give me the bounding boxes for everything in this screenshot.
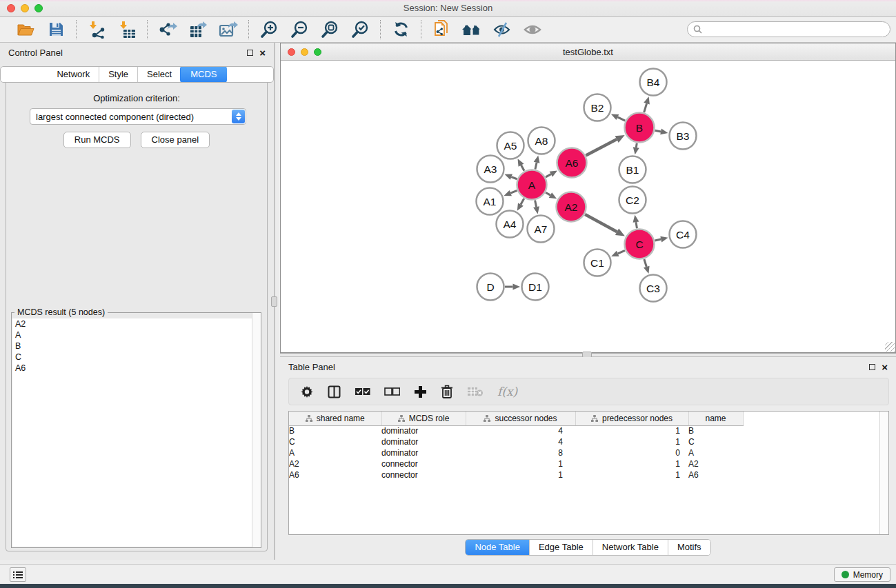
task-history-button[interactable] — [10, 567, 26, 582]
import-table-from-file-button[interactable] — [115, 19, 139, 40]
import-network-from-file-button[interactable] — [85, 19, 108, 40]
export-image-button[interactable] — [217, 19, 240, 40]
edge-A-A1[interactable] — [510, 190, 517, 193]
table-settings-button[interactable] — [300, 385, 314, 398]
cell-MCDS-role[interactable]: dominator — [381, 447, 466, 458]
edge-C-C1[interactable] — [618, 250, 625, 254]
tab-edge-table[interactable]: Edge Table — [529, 540, 593, 555]
mcds-list-scrollbar[interactable] — [252, 313, 261, 547]
edge-B-B4[interactable] — [644, 103, 647, 112]
tab-network-table[interactable]: Network Table — [593, 540, 668, 555]
home-button[interactable] — [460, 19, 484, 40]
mcds-result-item[interactable]: A2 — [12, 318, 260, 330]
cell-name[interactable]: A6 — [688, 469, 743, 480]
edge-C-C4[interactable] — [655, 239, 661, 241]
node-table[interactable]: shared nameMCDS rolesuccessor nodesprede… — [288, 411, 889, 535]
edge-B-B2[interactable] — [617, 117, 625, 121]
close-table-panel-icon[interactable]: × — [882, 364, 888, 370]
cell-shared-name[interactable]: B — [289, 425, 381, 436]
tab-style[interactable]: Style — [99, 67, 137, 82]
tab-motifs[interactable]: Motifs — [668, 540, 710, 555]
column-header-successor-nodes[interactable]: successor nodes — [466, 412, 575, 425]
edge-A2-C[interactable] — [585, 214, 617, 232]
table-scrollbar[interactable] — [879, 412, 888, 534]
function-builder-button[interactable]: f(x) — [497, 385, 517, 398]
cell-shared-name[interactable]: C — [289, 436, 381, 447]
column-header-predecessor-nodes[interactable]: predecessor nodes — [575, 412, 688, 425]
column-header-shared-name[interactable]: shared name — [289, 412, 381, 425]
cell-predecessor-nodes[interactable]: 1 — [575, 436, 688, 447]
new-session-button[interactable] — [430, 19, 453, 40]
cell-predecessor-nodes[interactable]: 1 — [575, 425, 688, 436]
criterion-select[interactable]: largest connected component (directed) — [30, 108, 246, 125]
edge-C-C2[interactable] — [636, 222, 637, 228]
cell-name[interactable]: A — [688, 447, 743, 458]
show-graphics-details-button[interactable] — [521, 19, 544, 40]
cell-successor-nodes[interactable]: 1 — [466, 469, 575, 480]
cell-name[interactable]: B — [688, 425, 743, 436]
edge-A-A2[interactable] — [546, 192, 550, 195]
export-network-button[interactable] — [156, 19, 179, 40]
edge-A-A3[interactable] — [511, 177, 517, 179]
zoom-selected-button[interactable] — [348, 19, 372, 40]
float-table-panel-icon[interactable] — [869, 364, 875, 370]
edge-B-B3[interactable] — [655, 130, 661, 132]
memory-button[interactable]: Memory — [834, 567, 890, 582]
network-canvas[interactable]: B4B2BB3A5A8A6B1A3AC2A1A2A4A7C4CC1C3DD1 — [281, 61, 895, 352]
search-input[interactable] — [706, 25, 884, 34]
table-row[interactable]: Adominator80A — [289, 447, 744, 458]
table-row[interactable]: A6connector11A6 — [289, 469, 744, 480]
zoom-out-button[interactable] — [288, 19, 311, 40]
cell-successor-nodes[interactable]: 8 — [466, 447, 575, 458]
run-mcds-button[interactable]: Run MCDS — [63, 132, 131, 148]
mcds-result-item[interactable]: A — [12, 330, 260, 341]
table-row[interactable]: Bdominator41B — [289, 425, 744, 436]
fit-content-button[interactable] — [318, 19, 341, 40]
tab-mcds[interactable]: MCDS — [180, 66, 226, 83]
delete-column-button[interactable] — [441, 385, 453, 398]
cell-successor-nodes[interactable]: 4 — [466, 436, 575, 447]
edge-C-C3[interactable] — [644, 259, 646, 267]
cell-predecessor-nodes[interactable]: 1 — [575, 458, 688, 469]
cell-successor-nodes[interactable]: 4 — [466, 425, 575, 436]
edge-A-A4[interactable] — [521, 199, 524, 205]
edge-A-A6[interactable] — [546, 174, 551, 177]
mcds-result-item[interactable]: B — [12, 341, 260, 352]
split-view-button[interactable] — [328, 385, 341, 398]
cell-MCDS-role[interactable]: dominator — [381, 425, 466, 436]
add-column-button[interactable] — [414, 385, 427, 398]
deselect-all-columns-button[interactable] — [384, 387, 400, 396]
zoom-in-button[interactable] — [257, 19, 281, 40]
cell-shared-name[interactable]: A — [289, 447, 381, 458]
search-field[interactable] — [687, 21, 890, 37]
cell-shared-name[interactable]: A2 — [289, 458, 381, 469]
network-window-titlebar[interactable]: testGlobe.txt — [281, 43, 895, 61]
float-panel-icon[interactable] — [247, 50, 253, 56]
mcds-result-item[interactable]: C — [12, 352, 260, 363]
export-table-button[interactable] — [186, 19, 210, 40]
edge-A6-B[interactable] — [586, 139, 617, 155]
edge-B-B1[interactable] — [636, 143, 637, 148]
delete-table-button[interactable] — [467, 386, 484, 397]
hide-graphics-details-button[interactable] — [490, 19, 514, 40]
table-row[interactable]: Cdominator41C — [289, 436, 744, 447]
tab-select[interactable]: Select — [137, 67, 181, 82]
select-all-columns-button[interactable] — [355, 387, 370, 396]
cell-name[interactable]: A2 — [688, 458, 743, 469]
close-panel-button[interactable]: Close panel — [141, 132, 210, 148]
column-header-name[interactable]: name — [688, 412, 743, 425]
window-resize-grip[interactable] — [885, 342, 895, 352]
cell-shared-name[interactable]: A6 — [289, 469, 381, 480]
close-panel-icon[interactable]: × — [259, 50, 266, 56]
cell-predecessor-nodes[interactable]: 0 — [575, 447, 688, 458]
cell-MCDS-role[interactable]: connector — [381, 469, 466, 480]
column-header-MCDS-role[interactable]: MCDS role — [381, 412, 466, 425]
cell-name[interactable]: C — [688, 436, 743, 447]
cell-predecessor-nodes[interactable]: 1 — [575, 469, 688, 480]
cell-MCDS-role[interactable]: dominator — [381, 436, 466, 447]
table-row[interactable]: A2connector11A2 — [289, 458, 744, 469]
edge-A-A7[interactable] — [535, 201, 537, 207]
mcds-result-list[interactable]: A2ABCA6 — [12, 318, 260, 547]
tab-network[interactable]: Network — [48, 67, 99, 82]
edge-A-A8[interactable] — [535, 163, 537, 170]
